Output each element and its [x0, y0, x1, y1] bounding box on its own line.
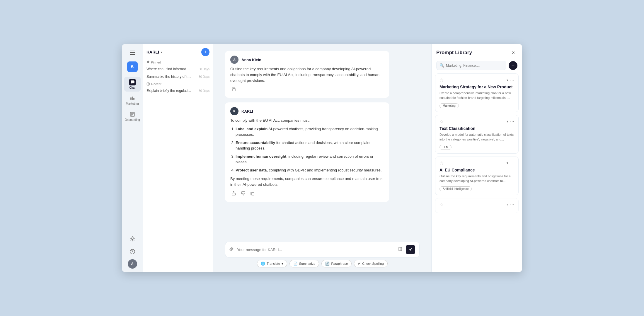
message-1-text: Outline the key requirements and obligat…: [230, 66, 384, 84]
paraphrase-button[interactable]: 🔄 Paraphrase: [321, 260, 352, 267]
prompt-card-1-title: Marketing Strategy for a New Product: [439, 85, 514, 89]
expand-icon-1[interactable]: ▾: [507, 78, 508, 82]
attach-icon[interactable]: [229, 247, 234, 253]
svg-rect-0: [130, 51, 135, 51]
pinned-label: Pinned: [146, 60, 209, 64]
recent-label: Recent: [146, 82, 209, 86]
send-button[interactable]: [406, 245, 415, 254]
sidebar-item-label-onboarding: Onboarding: [125, 118, 140, 121]
more-icon-1[interactable]: ⋯: [510, 78, 514, 83]
sidebar-item-chat[interactable]: Chat: [124, 77, 141, 92]
star-icon-3[interactable]: ☆: [439, 160, 444, 166]
sender-name-karli: KARLI: [241, 109, 253, 114]
svg-rect-4: [130, 97, 132, 100]
svg-rect-16: [251, 193, 254, 195]
prompt-card-4-top: ☆ ▾ ⋯: [439, 202, 514, 207]
prompt-search-row: 🔍 +: [432, 59, 522, 73]
svg-rect-15: [233, 88, 235, 91]
chat-icon: [129, 79, 136, 85]
prompt-card-2-top: ☆ ▾ ⋯: [439, 119, 514, 124]
thumbs-down-button[interactable]: [240, 190, 247, 197]
pinned-section: Pinned: [143, 59, 213, 65]
prompt-library-panel: Prompt Library × 🔍 + ☆ ▾ ⋯ Marketing S: [431, 44, 522, 272]
help-icon[interactable]: [127, 246, 138, 257]
prompt-card-1: ☆ ▾ ⋯ Marketing Strategy for a New Produ…: [435, 73, 519, 112]
message-1-actions: [230, 87, 384, 93]
prompt-card-2: ☆ ▾ ⋯ Text Classification Develop a mode…: [435, 115, 519, 154]
main-chat-area: A Anna Klein Outline the key requirement…: [213, 44, 431, 272]
prompt-card-3: ☆ ▾ ⋯ AI EU Compliance Outline the key r…: [435, 157, 519, 195]
onboarding-icon: [129, 111, 136, 118]
summarize-button[interactable]: 📄 Summarize: [289, 260, 319, 267]
expand-icon-2[interactable]: ▾: [507, 119, 508, 123]
recent-item-1[interactable]: Exlplain briefly the regulations 30 Days: [143, 87, 213, 95]
pinned-item-2[interactable]: Summarize the history of the c 30 Days: [143, 73, 213, 80]
checkspelling-icon: ✔: [358, 262, 361, 266]
star-icon-2[interactable]: ☆: [439, 119, 444, 124]
message-2-sender: K KARLI: [230, 107, 384, 115]
expand-icon-4[interactable]: ▾: [507, 202, 508, 207]
svg-rect-6: [133, 98, 134, 100]
menu-icon[interactable]: [127, 47, 138, 58]
prompt-card-2-tag[interactable]: LLM: [439, 145, 452, 150]
svg-point-11: [132, 238, 133, 240]
copy-button-1[interactable]: [230, 87, 237, 93]
more-icon-3[interactable]: ⋯: [510, 161, 514, 165]
prompt-card-4: ☆ ▾ ⋯: [435, 198, 519, 213]
svg-rect-2: [130, 54, 135, 55]
prompt-close-button[interactable]: ×: [509, 49, 517, 57]
conv-header: KARLI ▾ +: [143, 44, 213, 59]
prompt-card-3-title: AI EU Compliance: [439, 168, 514, 172]
check-spelling-button[interactable]: ✔ Check Spelling: [354, 260, 387, 267]
svg-rect-3: [131, 80, 134, 83]
conversation-panel: KARLI ▾ + Pinned Where can I find inform…: [143, 44, 213, 272]
thumbs-up-button[interactable]: [230, 190, 237, 197]
prompt-card-3-desc: Outline the key requirements and obligat…: [439, 174, 514, 183]
sidebar-item-marketing[interactable]: Marketing: [124, 93, 141, 108]
left-sidebar: K Chat Marketing: [122, 44, 143, 272]
prompt-card-2-desc: Develop a model for automatic classifica…: [439, 133, 514, 142]
sidebar-item-onboarding[interactable]: Onboarding: [124, 109, 141, 124]
prompt-card-3-tag[interactable]: Artificial Intelligence: [439, 186, 472, 191]
new-conversation-button[interactable]: +: [201, 48, 209, 56]
svg-point-13: [132, 253, 133, 253]
message-1-sender: A Anna Klein: [230, 56, 384, 64]
more-icon-4[interactable]: ⋯: [510, 202, 514, 207]
star-icon-4[interactable]: ☆: [439, 202, 444, 207]
copy-button-2[interactable]: [249, 190, 256, 197]
sidebar-item-label-chat: Chat: [129, 86, 135, 89]
sender-avatar-karli: K: [230, 107, 238, 115]
recent-section: Recent: [143, 80, 213, 87]
expand-icon-3[interactable]: ▾: [507, 161, 508, 165]
sender-name-anna: Anna Klein: [241, 58, 261, 62]
prompt-card-1-tag[interactable]: Marketing: [439, 103, 459, 108]
paraphrase-icon: 🔄: [325, 262, 330, 266]
prompt-card-1-desc: Create a comprehensive marketing plan fo…: [439, 91, 514, 100]
chat-messages: A Anna Klein Outline the key requirement…: [213, 44, 431, 238]
chat-toolbar: 🌐 Translate ▾ 📄 Summarize 🔄 Paraphrase ✔…: [225, 260, 420, 267]
chat-input-box: [225, 242, 420, 257]
user-avatar[interactable]: A: [128, 259, 137, 269]
translate-button[interactable]: 🌐 Translate ▾: [257, 260, 287, 267]
message-2-actions: [230, 190, 384, 197]
marketing-icon: [129, 95, 136, 102]
prompt-card-2-title: Text Classification: [439, 126, 514, 131]
summarize-icon: 📄: [293, 262, 298, 266]
app-logo: K: [127, 61, 138, 72]
message-2-text: To comply with the EU AI Act, companies …: [230, 118, 384, 188]
chat-input-area: 🌐 Translate ▾ 📄 Summarize 🔄 Paraphrase ✔…: [213, 238, 431, 272]
translate-icon: 🌐: [261, 262, 265, 266]
book-icon[interactable]: [398, 247, 403, 253]
more-icon-2[interactable]: ⋯: [510, 119, 514, 124]
settings-icon[interactable]: [127, 233, 138, 244]
prompt-add-button[interactable]: +: [509, 61, 517, 70]
chat-input-field[interactable]: [237, 248, 395, 252]
svg-rect-5: [132, 97, 133, 100]
pinned-item-1[interactable]: Where can I find information a 30 Days: [143, 65, 213, 73]
prompt-card-1-top: ☆ ▾ ⋯: [439, 77, 514, 83]
star-icon-1[interactable]: ☆: [439, 77, 444, 83]
conv-dropdown-icon[interactable]: ▾: [161, 51, 162, 54]
prompt-list: ☆ ▾ ⋯ Marketing Strategy for a New Produ…: [432, 73, 522, 272]
sidebar-item-label-marketing: Marketing: [126, 102, 139, 105]
prompt-search-input[interactable]: [446, 63, 503, 68]
